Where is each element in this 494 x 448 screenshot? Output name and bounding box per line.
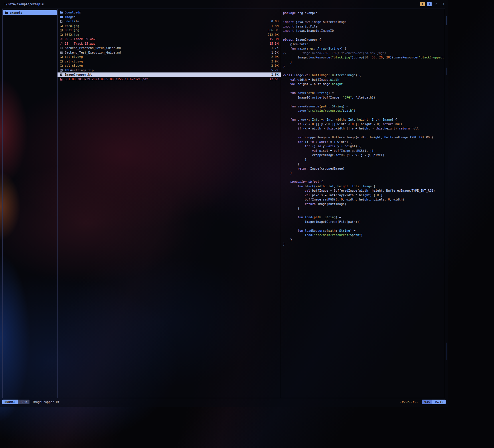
code-line <box>283 33 445 38</box>
file-size: 212.9K <box>268 33 278 37</box>
code-line: fun load(path: String) = <box>283 215 445 220</box>
mode-badge: NORMAL <box>2 400 18 404</box>
code-line: for (j in y until y + height) { <box>283 144 445 149</box>
file-size: 1.3M <box>271 24 278 28</box>
code-line: fun main(args: Array<String>) { <box>283 46 445 51</box>
image-icon <box>60 55 63 59</box>
file-size: 2.9K <box>271 55 278 59</box>
file-list-pane: DownloadsImages.dotfile0.0B0028.jpg1.3M0… <box>58 9 281 398</box>
code-line: } <box>283 206 445 211</box>
file-row[interactable]: 0042.jpg212.9K <box>58 33 281 37</box>
code-line: class Image(val buffImage: BufferedImage… <box>283 73 445 78</box>
image-icon <box>60 64 63 68</box>
file-size: 0.0B <box>271 19 278 24</box>
file-row[interactable]: cal-c3.svg2.9K <box>58 64 281 68</box>
code-line: companion object { <box>283 180 445 184</box>
file-row[interactable]: Backend_Test_Execution_Guide.md1.3K <box>58 50 281 55</box>
code-line <box>283 175 445 180</box>
breadcrumb-path: ~/Data/example/example <box>4 2 44 6</box>
file-name: 0028.jpg <box>65 24 79 28</box>
file-row[interactable]: ImageCropper.kt1.6K <box>58 72 281 77</box>
file-row[interactable]: 0031.jpg586.3K <box>58 28 281 33</box>
file-size: 586.3K <box>268 28 278 33</box>
code-line <box>283 15 445 20</box>
file-permissions: -rw-r--r-- <box>400 400 418 404</box>
code-line: fun save(path: String) = <box>283 91 445 95</box>
code-line: val croppedImage = BufferedImage(width, … <box>283 135 445 140</box>
code-line: for (i in x until x + width) { <box>283 140 445 144</box>
file-row[interactable]: IDEAsettings.zip5.2K <box>58 68 281 73</box>
code-line: import javax.imageio.ImageIO <box>283 29 445 33</box>
code-line: return Image(croppedImage) <box>283 166 445 171</box>
file-size-badge: 1.6K <box>18 400 29 404</box>
code-line: } <box>283 158 445 162</box>
parent-pane: example <box>3 9 58 398</box>
file-size: 15.3M <box>269 42 278 46</box>
tab-bar: 1123 <box>420 2 445 6</box>
tab-3[interactable]: 3 <box>441 2 445 6</box>
code-line: } <box>283 60 445 64</box>
file-row[interactable]: Images <box>58 15 281 19</box>
file-row[interactable]: SBI_0032013739_2023_DE05_0003155631Invoi… <box>58 77 281 82</box>
code-line: } <box>283 64 445 69</box>
code-preview: package org.example import java.awt.imag… <box>283 11 445 246</box>
code-line <box>283 100 445 104</box>
code-line <box>283 211 445 215</box>
file-row[interactable]: 15 - Track 15.wav15.3M <box>58 42 281 46</box>
parent-dir-label: example <box>10 10 22 15</box>
code-line: croppedImage.setRGB(i - x, j - y, pixel) <box>283 153 445 158</box>
code-line: return Image(buffImage) <box>283 202 445 207</box>
scroll-percent-badge: 93% <box>422 400 432 404</box>
file-name: 0042.jpg <box>65 33 79 37</box>
markdown-icon <box>60 46 63 50</box>
preview-pane: package org.example import java.awt.imag… <box>281 9 445 398</box>
file-row[interactable]: Backend_Frontend_Setup_Guide.md1.7K <box>58 46 281 50</box>
file-row[interactable]: Downloads <box>58 10 281 15</box>
code-line: fun loadResource(path: String) = <box>283 229 445 233</box>
file-name: 15 - Track 15.wav <box>65 42 95 46</box>
code-line: if (x + width > this.width || y + height… <box>283 126 445 131</box>
image-icon <box>60 24 63 27</box>
code-line: val width = buffImage.width <box>283 78 445 82</box>
tab-1[interactable]: 1 <box>420 2 425 6</box>
status-right: -rw-r--r-- 93% 15/16 <box>400 400 446 404</box>
code-line: } <box>283 242 445 246</box>
file-name: ImageCropper.kt <box>65 72 92 77</box>
file-size: 2.9K <box>271 64 278 68</box>
code-line: // Image.black(100, 100).saveResource("b… <box>283 51 445 56</box>
file-name: 0031.jpg <box>65 28 79 33</box>
file-name: Backend_Frontend_Setup_Guide.md <box>65 46 121 50</box>
file-name: .dotfile <box>65 19 79 24</box>
file-name: Images <box>65 15 76 19</box>
audio-icon <box>60 42 63 45</box>
parent-dir-item[interactable]: example <box>3 10 57 15</box>
cursor-position-badge: 15/16 <box>432 400 446 404</box>
status-bar: NORMAL 1.6K ImageCropper.kt -rw-r--r-- 9… <box>2 399 446 404</box>
code-line: fun saveResource(path: String) = <box>283 104 445 109</box>
code-line: Image.loadResource("black.jpg").crop(50,… <box>283 55 445 60</box>
tab-1[interactable]: 1 <box>427 2 432 6</box>
markdown-icon <box>60 51 63 54</box>
file-size: 1.3K <box>271 50 278 55</box>
code-line: } <box>283 237 445 242</box>
code-line: fun black(width: Int, height: Int): Imag… <box>283 184 445 189</box>
code-line: val buffImage = BufferedImage(width, hei… <box>283 188 445 193</box>
code-line <box>283 113 445 118</box>
file-row[interactable]: .dotfile0.0B <box>58 19 281 24</box>
file-name: cal-c2.svg <box>65 59 83 64</box>
file-row[interactable]: 0028.jpg1.3M <box>58 24 281 28</box>
code-line: } <box>283 171 445 175</box>
file-row[interactable]: cal-c1.svg2.9K <box>58 55 281 59</box>
file-row[interactable]: 09 - Track 09.wav15.3M <box>58 37 281 42</box>
code-line: Image(ImageIO.read(File(path))) <box>283 220 445 224</box>
file-name: SBI_0032013739_2023_DE05_0003155631Invoi… <box>65 77 148 82</box>
folder-icon <box>60 11 63 14</box>
terminal-window: ~/Data/example/example 1123 example Down… <box>0 0 448 407</box>
code-line: import java.awt.image.BufferedImage <box>283 20 445 24</box>
file-row[interactable]: cal-c2.svg2.9K <box>58 59 281 64</box>
code-line: val pixel = buffImage.getRGB(i, j) <box>283 149 445 153</box>
code-line <box>283 87 445 91</box>
tab-2[interactable]: 2 <box>434 2 438 6</box>
code-line: object ImageCropper { <box>283 38 445 42</box>
status-left: NORMAL 1.6K ImageCropper.kt <box>2 400 60 404</box>
